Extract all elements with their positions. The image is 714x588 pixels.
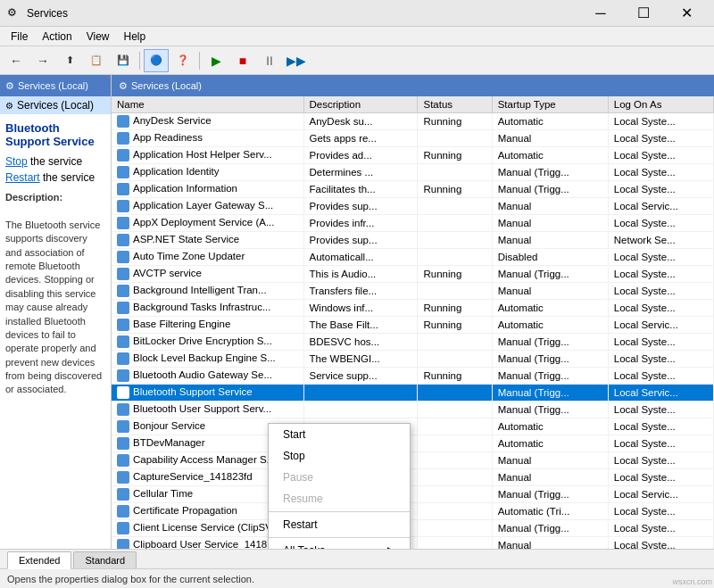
table-row[interactable]: AppX Deployment Service (A...Provides in… [112, 215, 714, 232]
export-button[interactable]: 💾 [111, 49, 136, 72]
table-row[interactable]: AVCTP serviceThis is Audio...RunningManu… [112, 266, 714, 283]
cell-name: Block Level Backup Engine S... [112, 351, 303, 368]
forward-button[interactable]: → [30, 49, 55, 72]
table-row[interactable]: Block Level Backup Engine S...The WBENGI… [112, 351, 714, 368]
table-row[interactable]: BitLocker Drive Encryption S...BDESVC ho… [112, 334, 714, 351]
back-button[interactable]: ← [4, 49, 29, 72]
table-header-row: Name Description Status Startup Type Log… [112, 96, 714, 113]
table-row[interactable]: App ReadinessGets apps re...ManualLocal … [112, 130, 714, 147]
maximize-button[interactable]: ☐ [623, 0, 664, 27]
cell-logon: Local Syste... [608, 215, 713, 232]
cell-startup: Manual [492, 215, 608, 232]
services-panel: ⚙ Services (Local) Name Description Stat… [112, 75, 714, 549]
ctx-start[interactable]: Start [269, 424, 410, 445]
tree-header: ⚙ Services (Local) [0, 75, 111, 96]
cell-startup: Automatic [492, 435, 608, 452]
start-service-button[interactable]: ▶ [203, 49, 228, 72]
tab-extended[interactable]: Extended [7, 551, 71, 569]
stop-service-link[interactable]: Stop [5, 155, 28, 168]
menu-action[interactable]: Action [35, 29, 79, 45]
ctx-restart[interactable]: Restart [269, 514, 410, 535]
menu-view[interactable]: View [79, 29, 117, 45]
cell-name: Application Layer Gateway S... [112, 198, 303, 215]
table-row[interactable]: Application IdentityDetermines ...Manual… [112, 164, 714, 181]
ctx-stop[interactable]: Stop [269, 445, 410, 467]
help-button[interactable]: ❓ [170, 49, 195, 72]
stop-service-button[interactable]: ■ [230, 49, 255, 72]
ctx-all-tasks[interactable]: All Tasks ▶ [269, 540, 410, 549]
table-row[interactable]: Application Host Helper Serv...Provides … [112, 147, 714, 164]
properties-button[interactable]: 🔵 [144, 49, 169, 72]
table-row[interactable]: ASP.NET State ServiceProvides sup...Manu… [112, 232, 714, 249]
toolbar-sep-2 [199, 52, 200, 70]
service-icon [117, 352, 129, 365]
table-row[interactable]: BTDevManagerAutomaticLocal Syste... [112, 435, 714, 452]
table-row[interactable]: Capability Access Manager S...ManualLoca… [112, 452, 714, 469]
cell-status: Running [418, 181, 492, 198]
services-header-label: Services (Local) [131, 80, 202, 91]
cell-name: App Readiness [112, 130, 303, 147]
service-icon [117, 403, 129, 416]
table-row[interactable]: Application Layer Gateway S...Provides s… [112, 198, 714, 215]
minimize-button[interactable]: ─ [580, 0, 621, 27]
menu-help[interactable]: Help [117, 29, 154, 45]
table-row[interactable]: AnyDesk ServiceAnyDesk su...RunningAutom… [112, 113, 714, 130]
service-icon [117, 454, 129, 467]
table-row[interactable]: Bluetooth Support ServiceManual (Trigg..… [112, 385, 714, 402]
cell-logon: Local Syste... [608, 147, 713, 164]
table-row[interactable]: Certificate PropagationAutomatic (Tri...… [112, 503, 714, 520]
service-icon [117, 505, 129, 518]
show-hide-button[interactable]: 📋 [84, 49, 109, 72]
services-panel-header: ⚙ Services (Local) [112, 75, 714, 96]
table-row[interactable]: CaptureService_141823fdManualLocal Syste… [112, 469, 714, 486]
service-icon [117, 234, 129, 246]
tree-item-services-local[interactable]: ⚙ Services (Local) [0, 96, 111, 114]
status-bar: Opens the properties dialog box for the … [0, 568, 714, 588]
close-button[interactable]: ✕ [666, 0, 707, 27]
col-name[interactable]: Name [112, 96, 303, 113]
cell-description: Transfers file... [303, 283, 418, 300]
cell-name: ASP.NET State Service [112, 232, 303, 249]
menu-file[interactable]: File [4, 29, 35, 45]
cell-status: Running [418, 317, 492, 334]
table-row[interactable]: Application InformationFacilitates th...… [112, 181, 714, 198]
services-table-container[interactable]: Name Description Status Startup Type Log… [112, 96, 714, 549]
cell-name: Auto Time Zone Updater [112, 249, 303, 266]
cell-description: Provides sup... [303, 232, 418, 249]
detail-restart-action: Restart the service [5, 171, 105, 184]
description-label: Description: [5, 192, 62, 203]
table-row[interactable]: Bonjour ServiceAutomaticLocal Syste... [112, 418, 714, 435]
table-row[interactable]: Bluetooth User Support Serv...Manual (Tr… [112, 402, 714, 418]
table-row[interactable]: Base Filtering EngineThe Base Filt...Run… [112, 317, 714, 334]
table-row[interactable]: Bluetooth Audio Gateway Se...Service sup… [112, 368, 714, 385]
cell-logon: Local Syste... [608, 368, 713, 385]
cell-logon: Local Syste... [608, 266, 713, 283]
cell-logon: Local Servic... [608, 486, 713, 503]
table-row[interactable]: Background Intelligent Tran...Transfers … [112, 283, 714, 300]
cell-name: Background Intelligent Tran... [112, 283, 303, 300]
col-logon[interactable]: Log On As [608, 96, 713, 113]
service-icon [117, 166, 129, 178]
tab-standard[interactable]: Standard [73, 551, 137, 568]
cell-startup: Disabled [492, 249, 608, 266]
col-status[interactable]: Status [418, 96, 492, 113]
window-controls: ─ ☐ ✕ [580, 0, 707, 27]
table-row[interactable]: Client License Service (ClipSV...Manual … [112, 520, 714, 537]
cell-startup: Manual (Trigg... [492, 486, 608, 503]
table-row[interactable]: Background Tasks Infrastruc...Windows in… [112, 300, 714, 317]
restart-service-button[interactable]: ▶▶ [284, 49, 309, 72]
table-row[interactable]: Clipboard User Service_1418...ManualLoca… [112, 537, 714, 550]
table-row[interactable]: Cellular TimeManual (Trigg...Local Servi… [112, 486, 714, 503]
status-text: Opens the properties dialog box for the … [7, 574, 254, 584]
pause-service-button[interactable]: ⏸ [257, 49, 282, 72]
up-button[interactable]: ⬆ [57, 49, 82, 72]
window-title: Services [27, 7, 580, 20]
restart-service-link[interactable]: Restart [5, 171, 40, 184]
col-description[interactable]: Description [303, 96, 418, 113]
cell-status [418, 435, 492, 452]
cell-logon: Local Syste... [608, 249, 713, 266]
col-startup[interactable]: Startup Type [492, 96, 608, 113]
cell-status [418, 537, 492, 550]
table-row[interactable]: Auto Time Zone UpdaterAutomaticall...Dis… [112, 249, 714, 266]
cell-startup: Manual [492, 198, 608, 215]
